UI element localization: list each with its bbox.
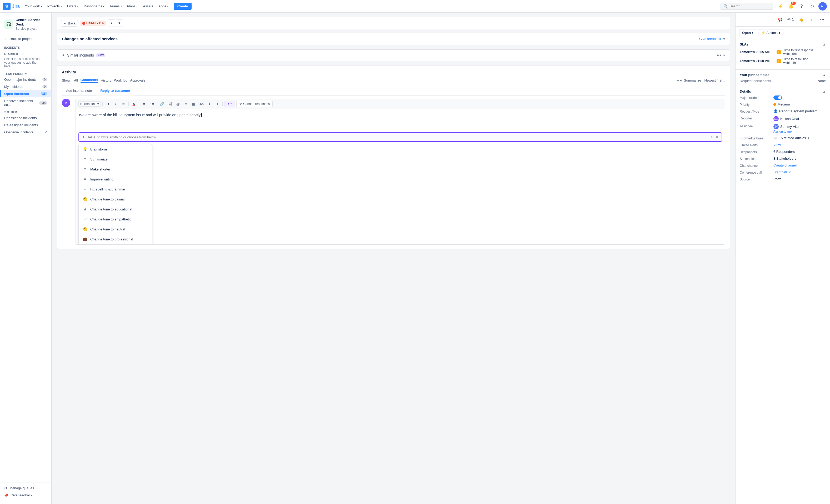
filter-approvals[interactable]: Approvals xyxy=(130,78,145,82)
sidebar-item-open-incidents[interactable]: Open incidents 18 xyxy=(0,90,51,97)
notifications-btn[interactable]: 🔔 9+ xyxy=(787,2,795,10)
give-feedback-sidebar-btn[interactable]: 📣 Give feedback xyxy=(0,492,51,499)
search-box[interactable]: 🔍 xyxy=(721,3,773,10)
projects-nav[interactable]: Projects ▾ xyxy=(45,3,64,9)
ai-assist-btn[interactable]: ✦✦ xyxy=(224,101,235,107)
priority-dot xyxy=(773,103,776,106)
numbered-list-btn[interactable]: 1≡ xyxy=(149,100,155,107)
announcement-btn[interactable]: 📢 xyxy=(776,15,784,24)
more-options-btn[interactable]: ••• xyxy=(716,53,721,58)
next-issue-btn[interactable]: ▼ xyxy=(116,20,123,27)
issue-card: Changes on affected services Give feedba… xyxy=(57,33,730,45)
reply-to-customer-tab[interactable]: Reply to customer xyxy=(96,87,134,95)
manage-queues-btn[interactable]: ⚙ Manage queues xyxy=(0,484,51,492)
newest-first-btn[interactable]: Newest first ↕ xyxy=(704,78,725,82)
search-input[interactable] xyxy=(730,4,761,8)
back-button[interactable]: ← Back xyxy=(61,20,78,27)
sidebar-item-open-major[interactable]: Open major incidents 0 xyxy=(0,76,51,83)
details-title: Details xyxy=(740,90,751,93)
pinned-fields-title: Your pinned fields xyxy=(740,73,769,77)
filter-history[interactable]: History xyxy=(101,78,111,82)
link-btn[interactable]: 🔗 xyxy=(159,100,165,107)
automation-icon-btn[interactable]: ⚡ xyxy=(776,2,785,10)
logo[interactable]: Jira xyxy=(3,3,20,10)
ai-brainstorm[interactable]: 💡 Brainstorm xyxy=(79,144,152,154)
ai-make-shorter[interactable]: ≡ Make shorter xyxy=(79,164,152,174)
help-btn[interactable]: ? xyxy=(797,2,806,10)
more-btn[interactable]: ••• xyxy=(818,15,826,24)
issue-chip[interactable]: 🔴 ITSM-17116 xyxy=(80,21,106,26)
assign-to-me-link[interactable]: Assign to me xyxy=(773,130,792,133)
create-button[interactable]: Create xyxy=(174,3,192,10)
other-header[interactable]: ▾ OTHER xyxy=(0,108,51,114)
bold-btn[interactable]: B xyxy=(104,100,111,107)
your-work-nav[interactable]: Your work ▾ xyxy=(23,3,44,9)
similar-incidents-header: ✦ Similar incidents NEW ••• ▾ xyxy=(57,50,730,61)
share-btn[interactable]: ↑ xyxy=(807,15,816,24)
filter-comments[interactable]: Comments xyxy=(81,78,98,83)
status-btn[interactable]: Open ▾ xyxy=(739,29,756,36)
create-channel-link[interactable]: Create channel xyxy=(773,163,797,167)
filter-all[interactable]: All xyxy=(74,78,77,82)
settings-btn[interactable]: ⚙ xyxy=(808,2,816,10)
canned-responses-btn[interactable]: ↻ Canned responses xyxy=(236,101,273,107)
dashboards-nav[interactable]: Dashboards ▾ xyxy=(82,3,106,9)
mention-btn[interactable]: @ xyxy=(174,100,181,107)
back-to-project[interactable]: ← Back to project xyxy=(0,35,51,43)
ai-input[interactable] xyxy=(87,135,710,139)
give-feedback-btn[interactable]: Give feedback xyxy=(699,37,721,41)
kb-expand-icon[interactable]: ▾ xyxy=(808,136,809,140)
add-internal-note-tab[interactable]: Add internal note xyxy=(62,87,96,95)
start-call-link[interactable]: Start call xyxy=(773,170,787,174)
watch-btn[interactable]: 👁 1 xyxy=(786,15,795,24)
thumbs-up-btn[interactable]: 👍 xyxy=(797,15,805,24)
ai-improve-writing[interactable]: A Improve writing xyxy=(79,174,152,184)
code-btn[interactable]: </> xyxy=(198,100,205,107)
more-insert-btn[interactable]: + xyxy=(214,100,221,107)
ai-tone-casual[interactable]: 🙂 Change tone to casual xyxy=(79,194,152,204)
sidebar-item-resolved[interactable]: Resolved incidents (la... 238 xyxy=(0,97,51,108)
prev-issue-btn[interactable]: ▲ xyxy=(108,20,115,27)
cursor xyxy=(201,113,202,117)
info-btn[interactable]: ℹ xyxy=(206,100,213,107)
image-btn[interactable]: 🖼 xyxy=(167,100,173,107)
plans-nav[interactable]: Plans ▾ xyxy=(125,3,140,9)
sidebar-item-opsgenie[interactable]: Opsgenie incidents ↗ xyxy=(0,129,51,136)
ai-tone-empathetic[interactable]: ♡ Change tone to empathetic xyxy=(79,214,152,224)
teams-nav[interactable]: Teams ▾ xyxy=(107,3,124,9)
ai-tone-professional[interactable]: 💼 Change tone to professional xyxy=(79,234,152,244)
user-avatar[interactable]: AJ xyxy=(819,2,827,10)
ai-summarize[interactable]: ≡ Summarize xyxy=(79,154,152,164)
more-format-btn[interactable]: ••• xyxy=(120,100,127,107)
actions-btn[interactable]: ⚡ Actions ▾ xyxy=(758,29,784,36)
sidebar-item-reassigned[interactable]: Re-assigned incidents xyxy=(0,122,51,129)
linked-alerts-view[interactable]: View xyxy=(773,143,781,147)
italic-btn[interactable]: I xyxy=(112,100,119,107)
sidebar-item-unassigned[interactable]: Unassigned incidents xyxy=(0,114,51,122)
incidents-title: Incidents xyxy=(0,43,51,50)
ai-tone-neutral[interactable]: 🙂 Change tone to neutral xyxy=(79,224,152,234)
filter-worklog[interactable]: Work log xyxy=(114,78,127,82)
text-style-select[interactable]: Normal text ▾ xyxy=(78,101,101,106)
similar-chevron-icon[interactable]: ▾ xyxy=(723,53,725,57)
pinned-collapse-btn[interactable]: ▲ xyxy=(823,73,826,77)
major-incident-toggle[interactable] xyxy=(773,96,782,100)
emoji-btn[interactable]: ☺ xyxy=(182,100,189,107)
sla-section-header: SLAs ▲ xyxy=(740,42,826,46)
text-color-btn[interactable]: A xyxy=(130,100,137,107)
issue-chevron-icon[interactable]: ▾ xyxy=(723,37,725,41)
sidebar-item-my-incidents[interactable]: My incidents 0 xyxy=(0,83,51,90)
table-btn[interactable]: ▦ xyxy=(190,100,197,107)
assets-nav[interactable]: Assets xyxy=(141,3,155,9)
sla-collapse-btn[interactable]: ▲ xyxy=(823,43,826,46)
editor-content[interactable]: We are aware of the billing system issue… xyxy=(76,109,725,130)
filters-nav[interactable]: Filters ▾ xyxy=(65,3,81,9)
ai-close-btn[interactable]: ✕ xyxy=(715,135,719,139)
bullet-list-btn[interactable]: ≡ xyxy=(140,100,147,107)
apps-nav[interactable]: Apps ▾ xyxy=(156,3,170,9)
details-collapse-btn[interactable]: ▲ xyxy=(823,90,826,93)
ai-fix-spelling[interactable]: ✦ Fix spelling & grammar xyxy=(79,184,152,194)
ai-submit-btn[interactable]: ↩ xyxy=(710,135,714,139)
summarize-btn[interactable]: ✦✦ Summarize xyxy=(677,78,701,82)
ai-tone-educational[interactable]: 🖥 Change tone to educational xyxy=(79,204,152,214)
